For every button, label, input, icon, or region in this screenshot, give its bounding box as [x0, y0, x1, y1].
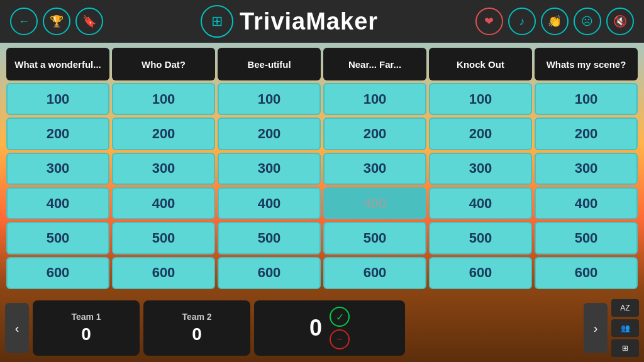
header-center: ⊞ TriviaMaker	[201, 5, 378, 38]
correct-button[interactable]: ✓	[330, 307, 350, 327]
score-cell-r1-c2[interactable]: 200	[218, 118, 321, 150]
mute-icon: 🔇	[613, 14, 627, 28]
bottom-bar: ‹ Team 1 0 Team 2 0 0 ✓ − › AZ 👥 ⊞	[0, 294, 644, 362]
prev-icon: ‹	[15, 321, 19, 336]
score-cell-r2-c1[interactable]: 300	[112, 153, 215, 185]
music-button[interactable]: ♪	[508, 8, 536, 35]
header-left-controls: ← 🏆 🔖	[10, 8, 103, 35]
score-cell-r5-c0[interactable]: 600	[6, 257, 109, 289]
people-icon: 👥	[621, 324, 630, 332]
wrong-button[interactable]: −	[330, 329, 350, 349]
bookmark-icon: 🔖	[82, 14, 96, 28]
team-1-card: Team 1 0	[33, 300, 140, 356]
heart-icon: ❤	[484, 14, 494, 28]
right-tools: AZ 👥 ⊞	[611, 299, 639, 357]
score-cell-r3-c2[interactable]: 400	[218, 187, 321, 219]
music-icon: ♪	[519, 15, 525, 28]
score-cell-r0-c2[interactable]: 100	[218, 83, 321, 115]
score-cell-r4-c2[interactable]: 500	[218, 222, 321, 254]
score-cell-r5-c2[interactable]: 600	[218, 257, 321, 289]
score-cell-r2-c5[interactable]: 300	[535, 153, 638, 185]
people-tool-button[interactable]: 👥	[611, 319, 639, 337]
category-3: Near... Far...	[323, 48, 426, 80]
sad-button[interactable]: ☹	[574, 8, 601, 35]
score-cell-r4-c5[interactable]: 500	[535, 222, 638, 254]
az-tool-button[interactable]: AZ	[611, 299, 639, 317]
score-cell-r5-c4[interactable]: 600	[429, 257, 532, 289]
logo-icon: ⊞	[201, 5, 233, 38]
score-cell-r2-c4[interactable]: 300	[429, 153, 532, 185]
prev-nav-button[interactable]: ‹	[5, 303, 29, 353]
back-button[interactable]: ←	[10, 8, 38, 35]
sad-icon: ☹	[581, 14, 593, 28]
trophy-icon: 🏆	[50, 14, 64, 28]
answer-buttons: ✓ −	[330, 307, 350, 349]
team-2-name: Team 2	[182, 312, 211, 322]
header-right-controls: ❤ ♪ 👏 ☹ 🔇	[475, 8, 634, 35]
heart-button[interactable]: ❤	[475, 8, 503, 35]
score-cell-r2-c3[interactable]: 300	[323, 153, 426, 185]
score-cell-r0-c1[interactable]: 100	[112, 83, 215, 115]
category-5: Whats my scene?	[535, 48, 638, 80]
back-icon: ←	[18, 15, 30, 28]
center-score: 0	[309, 315, 322, 341]
score-cell-r1-c0[interactable]: 200	[6, 118, 109, 150]
clap-button[interactable]: 👏	[541, 8, 569, 35]
center-panel: 0 ✓ −	[254, 300, 405, 356]
score-cell-r3-c1[interactable]: 400	[112, 187, 215, 219]
score-cell-r4-c4[interactable]: 500	[429, 222, 532, 254]
score-cell-r3-c0[interactable]: 400	[6, 187, 109, 219]
category-0: What a wonderful...	[6, 48, 109, 80]
score-cell-r1-c5[interactable]: 200	[535, 118, 638, 150]
score-cell-r1-c3[interactable]: 200	[323, 118, 426, 150]
score-cell-r0-c3[interactable]: 100	[323, 83, 426, 115]
score-cell-r5-c1[interactable]: 600	[112, 257, 215, 289]
clap-icon: 👏	[548, 14, 562, 28]
score-cell-r4-c3[interactable]: 500	[323, 222, 426, 254]
score-cell-r1-c1[interactable]: 200	[112, 118, 215, 150]
category-2: Bee-utiful	[218, 48, 321, 80]
wrong-icon: −	[336, 334, 342, 345]
score-cell-r2-c0[interactable]: 300	[6, 153, 109, 185]
grid-icon: ⊞	[622, 344, 628, 353]
score-cell-r5-c3[interactable]: 600	[323, 257, 426, 289]
grid-tool-button[interactable]: ⊞	[611, 339, 639, 357]
trophy-button[interactable]: 🏆	[43, 8, 70, 35]
score-cell-r3-c5[interactable]: 400	[535, 187, 638, 219]
next-nav-button[interactable]: ›	[584, 303, 608, 353]
team-1-name: Team 1	[71, 312, 101, 322]
score-cell-r3-c3[interactable]: 400	[323, 187, 426, 219]
score-cell-r3-c4[interactable]: 400	[429, 187, 532, 219]
category-1: Who Dat?	[112, 48, 215, 80]
score-cell-r1-c4[interactable]: 200	[429, 118, 532, 150]
correct-icon: ✓	[336, 311, 344, 323]
mute-button[interactable]: 🔇	[606, 8, 634, 35]
az-label: AZ	[620, 304, 630, 312]
header-bar: ← 🏆 🔖 ⊞ TriviaMaker ❤ ♪ 👏 ☹ 🔇	[0, 0, 644, 43]
next-icon: ›	[594, 321, 598, 336]
score-cell-r0-c0[interactable]: 100	[6, 83, 109, 115]
team-1-score: 0	[81, 324, 91, 344]
app-title: TriviaMaker	[240, 8, 378, 35]
score-cell-r4-c1[interactable]: 500	[112, 222, 215, 254]
game-board-area: What a wonderful...Who Dat?Bee-utifulNea…	[0, 43, 644, 294]
game-board: What a wonderful...Who Dat?Bee-utifulNea…	[6, 48, 638, 289]
category-4: Knock Out	[429, 48, 532, 80]
score-cell-r4-c0[interactable]: 500	[6, 222, 109, 254]
score-cell-r0-c4[interactable]: 100	[429, 83, 532, 115]
score-cell-r0-c5[interactable]: 100	[535, 83, 638, 115]
bookmark-button[interactable]: 🔖	[75, 8, 103, 35]
team-2-score: 0	[192, 324, 202, 344]
team-2-card: Team 2 0	[143, 300, 250, 356]
score-cell-r5-c5[interactable]: 600	[535, 257, 638, 289]
score-cell-r2-c2[interactable]: 300	[218, 153, 321, 185]
